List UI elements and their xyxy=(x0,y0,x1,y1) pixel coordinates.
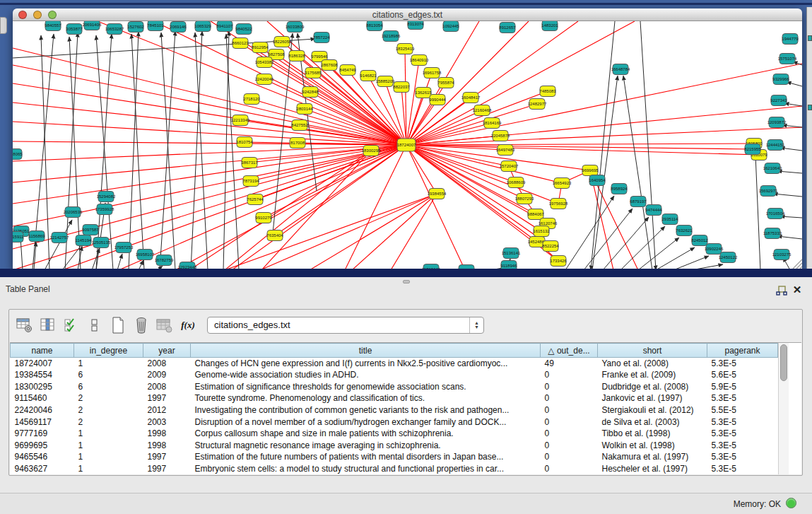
black-edge[interactable] xyxy=(782,125,802,127)
network-canvas[interactable]: 1872400786601238912954182260589827508105… xyxy=(13,21,802,269)
network-node[interactable]: 16048417 xyxy=(461,93,481,103)
network-node[interactable]: 12093872 xyxy=(767,117,787,128)
table-cell[interactable]: 0 xyxy=(541,381,598,393)
network-node[interactable]: 1733426 xyxy=(550,256,567,267)
network-node[interactable]: 12450122 xyxy=(719,252,738,263)
table-row[interactable]: 911546021997Tourette syndrome. Phenomeno… xyxy=(11,392,778,404)
black-edge[interactable] xyxy=(773,194,802,197)
table-selector-dropdown[interactable]: citations_edges.txt ▲▼ xyxy=(207,317,484,334)
close-panel-icon[interactable]: ✕ xyxy=(792,284,803,296)
network-node[interactable]: 12213349 xyxy=(231,115,250,126)
table-cell[interactable]: 2 xyxy=(74,404,143,416)
network-node[interactable]: 1156869 xyxy=(29,231,46,242)
table-cell[interactable]: 5.3E-5 xyxy=(707,451,778,463)
table-cell[interactable]: 1 xyxy=(74,462,143,474)
network-node[interactable]: 19384554 xyxy=(428,189,447,199)
network-node[interactable]: 9910279 xyxy=(255,213,272,223)
network-node[interactable]: 17957253 xyxy=(114,243,134,253)
network-node[interactable]: 17359928 xyxy=(95,204,114,215)
table-cell[interactable]: 5.3E-5 xyxy=(707,428,778,440)
table-cell[interactable]: 2012 xyxy=(143,404,191,416)
table-row[interactable]: 1872400712008Changes of HCN gene express… xyxy=(11,358,778,370)
black-edge[interactable] xyxy=(603,217,649,269)
red-edge[interactable] xyxy=(119,145,406,269)
network-node[interactable]: 2803144 xyxy=(296,104,313,115)
network-node[interactable]: 18640910 xyxy=(410,55,429,66)
network-node[interactable]: 7635404 xyxy=(266,230,283,241)
table-cell[interactable]: 0 xyxy=(541,369,598,381)
table-options-icon[interactable] xyxy=(15,316,35,334)
network-node[interactable]: 1640954 xyxy=(589,175,606,186)
red-edge[interactable] xyxy=(406,144,754,145)
network-node[interactable]: 1527602 xyxy=(127,22,144,33)
table-cell[interactable]: 9465546 xyxy=(11,451,74,463)
table-cell[interactable]: Hescheler et al. (1997) xyxy=(598,462,707,474)
table-cell[interactable]: 0 xyxy=(541,416,598,428)
table-cell[interactable]: 5.3E-5 xyxy=(707,358,778,370)
network-node[interactable]: 2069146 xyxy=(170,22,187,33)
network-node[interactable]: 18226058 xyxy=(273,37,292,47)
black-edge[interactable] xyxy=(117,254,122,269)
table-cell[interactable]: Franke et al. (2009) xyxy=(598,369,707,381)
network-node[interactable]: 8522254 xyxy=(542,241,559,252)
network-node[interactable]: 22045878 xyxy=(491,131,510,141)
float-panel-icon[interactable] xyxy=(776,286,787,296)
new-table-icon[interactable] xyxy=(108,316,128,334)
network-node[interactable]: 1145194 xyxy=(76,235,93,246)
network-node[interactable]: 18724007 xyxy=(397,139,416,151)
table-row[interactable]: 969969511998Structural magnetic resonanc… xyxy=(11,439,778,451)
black-edge[interactable] xyxy=(755,155,760,269)
table-cell[interactable]: 5.6E-5 xyxy=(707,369,778,381)
network-node[interactable]: 1092445 xyxy=(442,21,459,32)
black-edge[interactable] xyxy=(673,256,709,269)
delete-table-icon[interactable] xyxy=(131,316,151,334)
network-node[interactable]: 10653287 xyxy=(105,24,124,35)
red-edge[interactable] xyxy=(252,99,406,145)
network-node[interactable]: 15294082 xyxy=(97,192,116,202)
table-cell[interactable]: 5.3E-5 xyxy=(707,462,778,474)
column-header-name[interactable]: name xyxy=(11,344,74,358)
table-cell[interactable]: 6 xyxy=(74,369,143,381)
network-node[interactable]: 1065329 xyxy=(194,21,211,32)
network-node[interactable]: 9329966 xyxy=(772,74,789,85)
network-node[interactable]: 12103275 xyxy=(772,250,792,260)
network-node[interactable]: 6879197 xyxy=(630,197,647,207)
network-node[interactable]: 12142757 xyxy=(50,233,69,243)
table-cell[interactable]: 1 xyxy=(74,439,143,451)
network-node[interactable]: 7955874 xyxy=(437,78,454,88)
red-edge[interactable] xyxy=(406,145,759,155)
network-node[interactable]: 16497483 xyxy=(496,145,515,156)
network-node[interactable]: 15885209 xyxy=(376,76,395,87)
table-cell[interactable]: 0 xyxy=(541,428,598,440)
table-cell[interactable]: de Silva et al. (2003) xyxy=(598,416,707,428)
network-node[interactable]: 12482977 xyxy=(528,99,547,110)
network-node[interactable]: 1944779 xyxy=(782,34,799,45)
table-cell[interactable]: 22420046 xyxy=(11,404,74,416)
table-cell[interactable]: 1997 xyxy=(143,451,191,463)
select-all-icon[interactable] xyxy=(61,316,81,334)
table-cell[interactable]: Yano et al. (2008) xyxy=(598,358,707,370)
network-node[interactable]: 8186328 xyxy=(288,51,305,62)
table-cell[interactable]: 1 xyxy=(74,451,143,463)
network-node[interactable]: 3867317 xyxy=(241,158,258,168)
network-node[interactable]: 7873194 xyxy=(242,176,259,187)
network-node[interactable]: 16958107 xyxy=(136,250,155,260)
red-edge[interactable] xyxy=(406,145,548,223)
table-row[interactable]: 2242004622012Investigating the contribut… xyxy=(11,404,778,416)
network-node[interactable]: 1483201 xyxy=(541,21,558,31)
table-cell[interactable]: Nakamura et al. (1997) xyxy=(598,451,707,463)
column-header-year[interactable]: year xyxy=(143,344,191,358)
black-edge[interactable] xyxy=(787,82,802,86)
table-cell[interactable]: 1 xyxy=(74,358,143,370)
table-cell[interactable]: Wolkin et al. (1998) xyxy=(598,439,707,451)
function-builder-icon[interactable]: f(x) xyxy=(178,316,198,334)
red-edge[interactable] xyxy=(406,145,562,183)
network-node[interactable]: 11875333 xyxy=(763,228,782,239)
network-node[interactable]: 3175685 xyxy=(305,68,322,78)
network-node[interactable]: 9474444 xyxy=(645,205,662,216)
black-edge[interactable] xyxy=(640,21,656,269)
red-edge[interactable] xyxy=(13,145,406,204)
network-node[interactable]: 15751074 xyxy=(778,54,797,64)
table-cell[interactable]: 1998 xyxy=(143,439,191,451)
network-node[interactable]: 18300295 xyxy=(362,146,381,156)
